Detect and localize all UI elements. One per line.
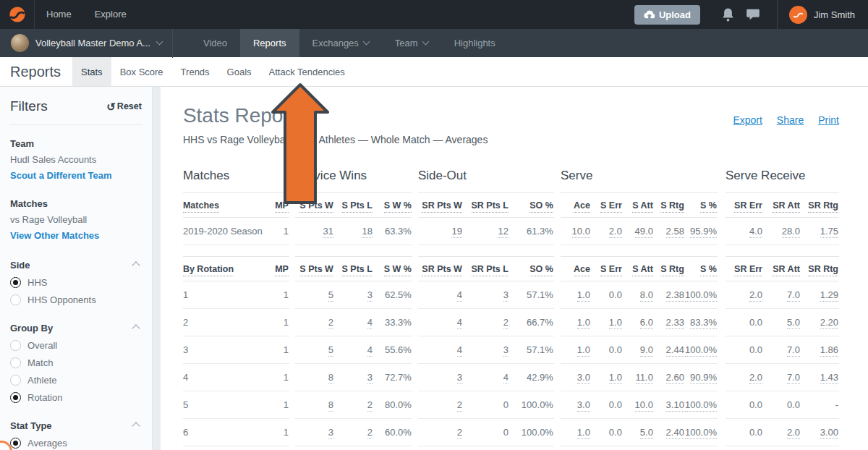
upload-button[interactable]: Upload xyxy=(634,5,700,25)
column-header[interactable]: SR Pts W xyxy=(418,193,463,218)
column-header[interactable]: Ace xyxy=(561,193,591,218)
stat-cell[interactable]: 2.58 xyxy=(654,218,685,245)
stat-cell[interactable]: 1.0 xyxy=(561,336,591,364)
nav-home[interactable]: Home xyxy=(35,0,83,29)
stat-cell[interactable]: 31 xyxy=(295,218,334,245)
stat-cell[interactable]: 3 xyxy=(334,364,373,391)
stat-cell[interactable]: 1.0 xyxy=(561,281,591,309)
tab-trends[interactable]: Trends xyxy=(172,57,218,86)
teamnav-item-team[interactable]: Team xyxy=(382,29,441,57)
column-header[interactable]: S Rtg xyxy=(654,257,685,281)
export-link[interactable]: Export xyxy=(733,114,762,145)
column-header[interactable]: S W % xyxy=(373,257,412,281)
collapse-chevron-icon[interactable] xyxy=(132,324,140,332)
stat-cell[interactable]: 2 xyxy=(334,391,373,419)
stat-cell[interactable]: 3.00 xyxy=(801,419,839,446)
stat-cell[interactable]: 2.40 xyxy=(654,419,685,446)
tab-goals[interactable]: Goals xyxy=(218,57,260,86)
column-header[interactable]: S % xyxy=(685,257,718,281)
tab-attack-tendencies[interactable]: Attack Tendencies xyxy=(260,57,354,86)
notifications-button[interactable] xyxy=(716,0,741,29)
print-link[interactable]: Print xyxy=(818,114,839,145)
stat-cell[interactable]: 3.0 xyxy=(561,391,591,419)
stat-cell[interactable]: 7.0 xyxy=(763,281,801,309)
stat-cell[interactable]: 2.38 xyxy=(654,281,685,309)
column-header[interactable]: S Err xyxy=(591,193,623,218)
stat-cell[interactable]: 28.0 xyxy=(763,218,801,245)
stat-cell[interactable]: 2.0 xyxy=(591,218,623,245)
stat-cell[interactable]: 1.86 xyxy=(801,336,839,364)
stat-cell[interactable]: 2.0 xyxy=(763,419,801,446)
stat-cell[interactable]: 2.44 xyxy=(654,336,685,364)
stat-cell[interactable]: 3.0 xyxy=(561,364,591,391)
stat-cell[interactable]: 2.0 xyxy=(726,364,763,391)
stat-cell[interactable]: 100.0% xyxy=(685,419,718,446)
stat-cell[interactable]: 1.0 xyxy=(591,364,623,391)
column-header[interactable]: S Att xyxy=(623,257,654,281)
stat-cell[interactable]: 2 xyxy=(295,309,334,336)
messages-button[interactable] xyxy=(741,0,765,29)
stat-cell[interactable]: 2.0 xyxy=(726,281,763,309)
stat-cell[interactable]: 49.0 xyxy=(623,218,654,245)
stat-cell[interactable]: 5.0 xyxy=(623,419,654,446)
collapse-chevron-icon[interactable] xyxy=(132,422,140,430)
stat-cell[interactable]: 1.0 xyxy=(591,309,623,336)
stat-cell[interactable]: 2.20 xyxy=(801,309,839,336)
stat-cell[interactable]: 4 xyxy=(463,364,509,391)
stat-cell[interactable]: 1.75 xyxy=(801,218,839,245)
stat-cell[interactable]: 5 xyxy=(295,336,334,364)
stat-cell[interactable]: 7.0 xyxy=(763,336,801,364)
collapse-chevron-icon[interactable] xyxy=(132,261,140,269)
hudl-logo[interactable] xyxy=(0,0,34,29)
column-header[interactable]: SR Att xyxy=(763,193,801,218)
column-header[interactable]: S % xyxy=(685,193,718,218)
stat-cell[interactable]: 8 xyxy=(295,364,334,391)
stat-cell[interactable]: 4 xyxy=(418,309,463,336)
column-header[interactable]: SR Att xyxy=(763,257,801,281)
stat-cell[interactable]: 1.29 xyxy=(801,281,839,309)
stat-cell[interactable]: 12 xyxy=(463,218,509,245)
stat-cell[interactable]: 4.0 xyxy=(726,218,763,245)
stat-cell[interactable]: 3 xyxy=(463,336,509,364)
column-header[interactable]: S Pts L xyxy=(334,257,373,281)
stat-cell[interactable]: 2.60 xyxy=(654,364,685,391)
stat-cell[interactable]: 4 xyxy=(334,309,373,336)
share-link[interactable]: Share xyxy=(777,114,804,145)
radio-match[interactable]: Match xyxy=(10,357,142,368)
radio-rotation[interactable]: Rotation xyxy=(10,392,142,403)
stat-cell[interactable]: 4 xyxy=(334,336,373,364)
stat-cell[interactable]: 8.0 xyxy=(623,281,654,309)
column-header[interactable]: S W % xyxy=(373,193,412,218)
reset-filters-button[interactable]: ↺ Reset xyxy=(106,101,142,112)
column-header[interactable]: By Rotation xyxy=(183,257,247,281)
view-other-matches-link[interactable]: View Other Matches xyxy=(10,230,142,241)
stat-cell[interactable]: 3 xyxy=(418,364,463,391)
column-header[interactable]: Matches xyxy=(183,193,247,218)
stat-cell[interactable]: 2 xyxy=(463,309,509,336)
column-header[interactable]: MP xyxy=(247,257,289,281)
nav-explore[interactable]: Explore xyxy=(83,0,138,29)
stat-cell[interactable]: 3 xyxy=(463,281,509,309)
teamnav-item-video[interactable]: Video xyxy=(190,29,240,57)
teamnav-item-highlights[interactable]: Highlights xyxy=(441,29,509,57)
radio-overall[interactable]: Overall xyxy=(10,340,142,351)
column-header[interactable]: S Err xyxy=(591,257,623,281)
team-switcher-dropdown[interactable]: Volleyball Master Demo A... xyxy=(0,29,172,57)
stat-cell[interactable]: 1.0 xyxy=(561,419,591,446)
column-header[interactable]: SR Pts L xyxy=(463,193,509,218)
stat-cell[interactable]: 2.33 xyxy=(654,309,685,336)
stat-cell[interactable]: 2 xyxy=(334,419,373,446)
stat-cell[interactable]: 3 xyxy=(334,281,373,309)
column-header[interactable]: SR Pts W xyxy=(418,257,463,281)
stat-cell[interactable]: 18 xyxy=(334,218,373,245)
stat-cell[interactable]: 2 xyxy=(418,419,463,446)
user-menu[interactable]: Jim Smith xyxy=(778,0,868,29)
stat-cell[interactable]: 6.0 xyxy=(623,309,654,336)
teamnav-item-exchanges[interactable]: Exchanges xyxy=(299,29,382,57)
sidebar-scrollbar[interactable] xyxy=(153,87,161,450)
column-header[interactable]: Ace xyxy=(561,257,591,281)
stat-cell[interactable]: 2 xyxy=(418,391,463,419)
radio-athlete[interactable]: Athlete xyxy=(10,375,142,386)
tab-stats[interactable]: Stats xyxy=(72,57,111,86)
column-header[interactable]: SR Rtg xyxy=(801,257,839,281)
